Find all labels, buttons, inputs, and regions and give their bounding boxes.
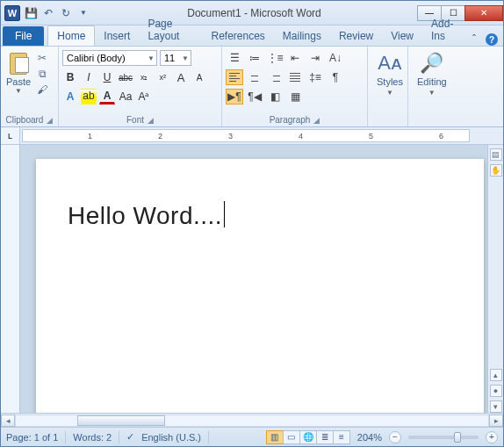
ruler-row: L 1 2 3 4 5 6 bbox=[1, 127, 503, 145]
rtl-button[interactable]: ¶◀ bbox=[246, 89, 263, 105]
outline-view[interactable]: ≣ bbox=[316, 430, 334, 444]
zoom-in-button[interactable]: + bbox=[486, 431, 498, 443]
borders-button[interactable]: ▦ bbox=[286, 89, 304, 105]
grow-font-button[interactable]: A bbox=[173, 69, 189, 85]
tab-addins[interactable]: Add-Ins bbox=[422, 14, 468, 46]
zoom-out-button[interactable]: − bbox=[389, 431, 401, 443]
multilevel-button[interactable]: ⋮≡ bbox=[266, 50, 284, 66]
paste-icon bbox=[8, 50, 29, 75]
styles-icon: Aᴀ bbox=[378, 52, 402, 75]
scroll-track[interactable] bbox=[15, 415, 489, 427]
editing-button[interactable]: 🔎 Editing ▼ bbox=[412, 48, 452, 97]
superscript-button[interactable]: x² bbox=[155, 69, 170, 85]
underline-button[interactable]: U bbox=[99, 69, 115, 85]
align-left-button[interactable] bbox=[226, 69, 243, 85]
clipboard-dialog-launcher[interactable]: ◢ bbox=[47, 116, 53, 125]
document-text[interactable]: Hello Word.... bbox=[68, 202, 222, 229]
paste-button[interactable]: Paste ▼ bbox=[4, 48, 32, 95]
numbering-button[interactable]: ≔ bbox=[246, 50, 263, 66]
bold-button[interactable]: B bbox=[62, 69, 78, 85]
justify-button[interactable] bbox=[286, 69, 304, 85]
next-page-icon[interactable]: ▾ bbox=[490, 400, 502, 413]
view-buttons: ▥ ▭ 🌐 ≣ ≡ bbox=[267, 430, 350, 444]
format-painter-icon[interactable]: 🖌 bbox=[36, 83, 48, 96]
status-words[interactable]: Words: 2 bbox=[73, 432, 112, 443]
text-effects-button[interactable]: A bbox=[62, 89, 78, 105]
page-viewport[interactable]: Hello Word.... bbox=[20, 145, 487, 413]
font-size-combo[interactable]: 11▼ bbox=[160, 50, 191, 66]
subscript-button[interactable]: x₂ bbox=[136, 69, 152, 85]
scroll-left-button[interactable]: ◂ bbox=[1, 415, 15, 427]
help-icon[interactable]: ? bbox=[486, 33, 498, 46]
tab-view[interactable]: View bbox=[382, 26, 422, 46]
shrink-font-button[interactable]: A bbox=[191, 69, 207, 85]
qat-dropdown-icon[interactable]: ▼ bbox=[76, 6, 90, 20]
zoom-level[interactable]: 204% bbox=[357, 432, 382, 443]
italic-button[interactable]: I bbox=[81, 69, 97, 85]
minimize-ribbon-icon[interactable]: ˆ bbox=[468, 33, 480, 46]
document-area: Hello Word.... ▤ ✋ ▴ ● ▾ bbox=[1, 145, 503, 413]
print-layout-view[interactable]: ▥ bbox=[266, 430, 284, 444]
font-family-combo[interactable]: Calibri (Body)▼ bbox=[62, 50, 157, 66]
sort-button[interactable]: A↓ bbox=[327, 50, 344, 66]
bullets-button[interactable]: ☰ bbox=[226, 50, 243, 66]
cut-icon[interactable]: ✂ bbox=[36, 52, 48, 64]
horizontal-scrollbar: ◂ ▸ bbox=[1, 413, 503, 427]
clear-format-button[interactable]: Aᵃ bbox=[136, 89, 152, 105]
quick-access-toolbar: 💾 ↶ ↻ ▼ bbox=[24, 6, 90, 20]
page[interactable]: Hello Word.... bbox=[36, 159, 484, 413]
zoom-slider-knob[interactable] bbox=[454, 432, 461, 443]
hand-tool-icon[interactable]: ✋ bbox=[490, 164, 502, 177]
undo-icon[interactable]: ↶ bbox=[41, 6, 55, 20]
styles-button[interactable]: Aᴀ Styles ▼ bbox=[371, 48, 408, 97]
text-cursor bbox=[224, 201, 225, 227]
strike-button[interactable]: abc bbox=[118, 69, 133, 85]
save-icon[interactable]: 💾 bbox=[24, 6, 38, 20]
align-center-button[interactable] bbox=[246, 69, 263, 85]
group-font: Calibri (Body)▼ 11▼ B I U abc x₂ x² A A … bbox=[59, 47, 222, 126]
tab-home[interactable]: Home bbox=[47, 25, 95, 46]
decrease-indent-button[interactable]: ⇤ bbox=[286, 50, 304, 66]
proofing-icon[interactable]: ✓ bbox=[126, 431, 134, 443]
paragraph-dialog-launcher[interactable]: ◢ bbox=[313, 116, 320, 125]
redo-icon[interactable]: ↻ bbox=[59, 6, 73, 20]
ribbon-tabs: File Home Insert Page Layout References … bbox=[1, 25, 503, 47]
web-layout-view[interactable]: 🌐 bbox=[299, 430, 317, 444]
horizontal-ruler[interactable]: 1 2 3 4 5 6 bbox=[22, 129, 470, 142]
close-button[interactable]: ✕ bbox=[464, 5, 503, 21]
prev-page-icon[interactable]: ▴ bbox=[490, 369, 502, 381]
scroll-right-button[interactable]: ▸ bbox=[489, 415, 503, 427]
status-language[interactable]: English (U.S.) bbox=[141, 432, 201, 443]
copy-icon[interactable]: ⧉ bbox=[36, 68, 48, 80]
zoom-slider[interactable] bbox=[408, 436, 479, 439]
tab-references[interactable]: References bbox=[202, 26, 273, 46]
ltr-button[interactable]: ▶¶ bbox=[226, 89, 243, 105]
highlight-button[interactable]: ab bbox=[81, 89, 97, 105]
vertical-ruler[interactable] bbox=[1, 145, 20, 413]
ruler-toggle-icon[interactable]: ▤ bbox=[490, 148, 502, 161]
show-marks-button[interactable]: ¶ bbox=[327, 69, 344, 85]
draft-view[interactable]: ≡ bbox=[333, 430, 350, 444]
group-paragraph: ☰ ≔ ⋮≡ ⇤ ⇥ A↓ ‡≡ ¶ ▶¶ ¶◀ bbox=[222, 47, 368, 126]
file-tab[interactable]: File bbox=[3, 26, 44, 46]
tab-insert[interactable]: Insert bbox=[95, 26, 139, 46]
scroll-thumb[interactable] bbox=[77, 415, 165, 426]
change-case-button[interactable]: Aa bbox=[118, 89, 133, 105]
shading-button[interactable]: ◧ bbox=[266, 89, 284, 105]
status-bar: Page: 1 of 1 Words: 2 ✓ English (U.S.) ▥… bbox=[1, 427, 503, 446]
tab-page-layout[interactable]: Page Layout bbox=[139, 14, 202, 46]
increase-indent-button[interactable]: ⇥ bbox=[306, 50, 324, 66]
align-right-button[interactable] bbox=[266, 69, 284, 85]
font-dialog-launcher[interactable]: ◢ bbox=[148, 116, 154, 125]
status-page[interactable]: Page: 1 of 1 bbox=[6, 432, 58, 443]
tab-selector[interactable]: L bbox=[1, 127, 20, 144]
font-color-button[interactable]: A bbox=[99, 89, 115, 105]
tab-mailings[interactable]: Mailings bbox=[274, 26, 330, 46]
tab-review[interactable]: Review bbox=[330, 26, 382, 46]
line-spacing-button[interactable]: ‡≡ bbox=[306, 69, 324, 85]
browse-object-icon[interactable]: ● bbox=[490, 385, 502, 397]
group-clipboard: Paste ▼ ✂ ⧉ 🖌 Clipboard◢ bbox=[1, 47, 59, 126]
group-styles: Aᴀ Styles ▼ bbox=[368, 47, 408, 126]
paste-label: Paste bbox=[6, 76, 31, 87]
fullscreen-reading-view[interactable]: ▭ bbox=[283, 430, 300, 444]
